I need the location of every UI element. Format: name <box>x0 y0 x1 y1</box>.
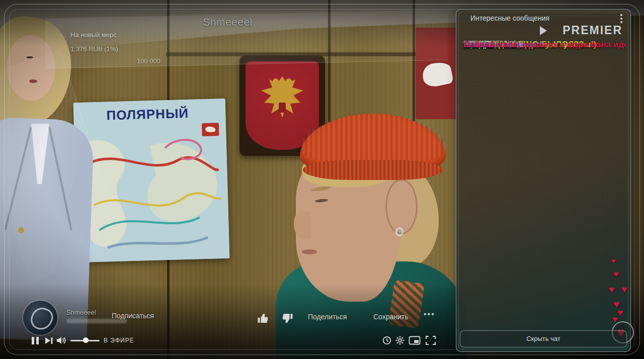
donation-progress: 1 376 RUB (1%) <box>70 45 118 53</box>
chat-text: GalinaArzane, прошлого мэра вона идет!))… <box>463 40 625 50</box>
settings-button[interactable] <box>395 336 405 345</box>
heart-icon: ♥ <box>613 269 619 280</box>
channel-name: Shmeeeel <box>66 309 96 316</box>
subscribe-button[interactable]: Подписаться <box>112 312 154 320</box>
thumbs-up-icon <box>257 312 270 325</box>
volume-slider-knob[interactable] <box>83 337 89 343</box>
dislike-button[interactable] <box>281 312 294 325</box>
watch-later-button[interactable] <box>382 336 391 345</box>
miniplayer-icon <box>409 336 421 345</box>
chat-message-list[interactable]: PREDUPREZDENIE: Вас его заберут, на чо р… <box>463 40 625 325</box>
clock-icon <box>382 336 391 345</box>
gear-icon <box>395 336 405 345</box>
fullscreen-button[interactable] <box>426 336 436 345</box>
play-triangle-icon <box>540 26 547 35</box>
chat-panel: Интересные сообщения PREMIER PREDUPREZDE… <box>456 9 631 352</box>
thumbs-down-icon <box>281 312 294 325</box>
speaker-icon <box>56 336 66 345</box>
chat-menu-button[interactable] <box>617 14 625 24</box>
donation-goal-name: На новый мерс <box>70 31 117 39</box>
live-badge: В ЭФИРЕ <box>104 337 134 344</box>
volume-button[interactable] <box>56 336 66 345</box>
channel-avatar[interactable] <box>23 301 57 335</box>
donation-target: 100 000 <box>137 57 160 65</box>
hide-chat-button[interactable]: Скрыть чат <box>460 330 627 347</box>
skip-next-icon <box>44 336 53 345</box>
heart-icon: ♥ <box>611 257 615 265</box>
save-button[interactable]: Сохранить <box>373 313 409 321</box>
next-button[interactable] <box>44 336 53 345</box>
heart-icon: ♥ <box>617 307 623 318</box>
screenshot-root: ПОЛЯРНЫЙ <box>0 0 644 359</box>
pause-button[interactable] <box>31 337 39 344</box>
premier-wordmark: PREMIER <box>562 24 622 37</box>
miniplayer-button[interactable] <box>409 336 421 345</box>
like-button[interactable] <box>257 312 270 325</box>
chat-header-title: Интересные сообщения <box>470 14 549 22</box>
heart-icon: ♥ <box>609 284 614 295</box>
heart-icon: ♥ <box>621 284 627 295</box>
more-actions-button[interactable]: ••• <box>424 310 435 319</box>
video-title: Shmeeeel <box>0 16 455 28</box>
share-button[interactable]: Поделиться <box>308 313 347 321</box>
